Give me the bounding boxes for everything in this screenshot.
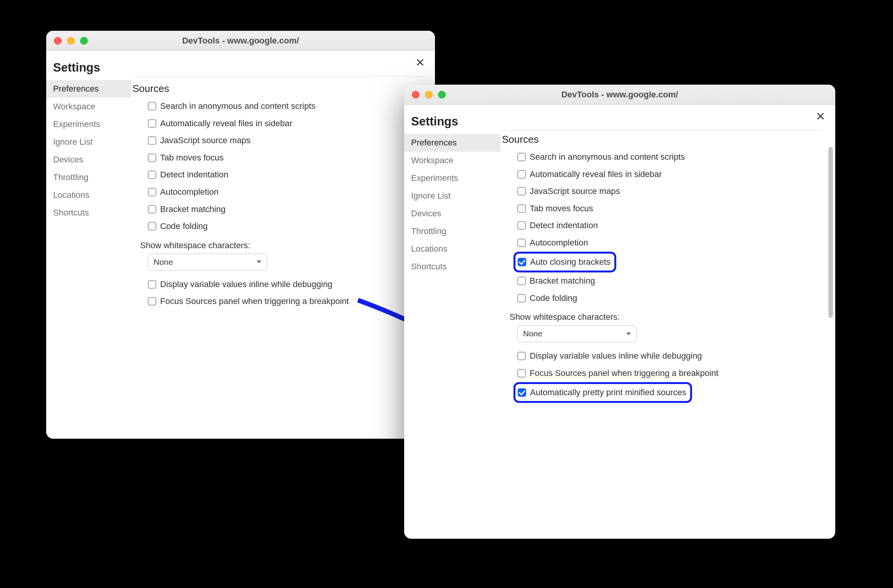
close-traffic-icon[interactable] [54, 37, 62, 45]
option-autocompletion[interactable]: Autocompletion [517, 234, 824, 252]
sidebar-item-preferences[interactable]: Preferences [46, 80, 131, 98]
close-settings-icon[interactable]: ✕ [813, 109, 828, 124]
sidebar-item-ignore-list[interactable]: Ignore List [46, 133, 131, 151]
sidebar-item-shortcuts[interactable]: Shortcuts [404, 258, 500, 276]
devtools-window-after: DevTools - www.google.com/ Settings Pref… [404, 85, 835, 539]
sidebar-item-ignore-list[interactable]: Ignore List [404, 187, 500, 205]
checkbox-icon[interactable] [148, 280, 156, 289]
minimize-traffic-icon[interactable] [425, 91, 433, 99]
settings-sidebar: Settings Preferences Workspace Experimen… [46, 51, 131, 439]
option-label: Automatically pretty print minified sour… [530, 387, 686, 398]
option-auto-closing-brackets[interactable]: Auto closing brackets [518, 255, 610, 269]
option-label: Bracket matching [160, 204, 226, 215]
option-js-source-maps[interactable]: JavaScript source maps [517, 183, 824, 200]
option-display-variable-inline[interactable]: Display variable values inline while deb… [148, 276, 423, 293]
whitespace-label: Show whitespace characters: [140, 241, 423, 251]
option-search-anonymous[interactable]: Search in anonymous and content scripts [517, 149, 824, 166]
option-label: Code folding [530, 293, 577, 304]
section-sources: Sources [132, 77, 423, 98]
checkbox-icon[interactable] [148, 154, 156, 162]
option-label: Automatically reveal files in sidebar [530, 169, 662, 180]
checkbox-icon[interactable] [148, 119, 156, 128]
checkbox-checked-icon[interactable] [518, 258, 526, 266]
option-tab-moves-focus[interactable]: Tab moves focus [517, 200, 824, 217]
option-focus-sources-panel[interactable]: Focus Sources panel when triggering a br… [148, 293, 423, 310]
option-code-folding[interactable]: Code folding [517, 290, 824, 307]
chevron-down-icon [257, 261, 261, 263]
sidebar-item-workspace[interactable]: Workspace [46, 98, 131, 115]
option-display-variable-inline[interactable]: Display variable values inline while deb… [517, 347, 824, 365]
option-pretty-print-minified[interactable]: Automatically pretty print minified sour… [518, 386, 686, 400]
option-js-source-maps[interactable]: JavaScript source maps [148, 132, 423, 149]
option-label: Search in anonymous and content scripts [160, 101, 316, 112]
option-label: Focus Sources panel when triggering a br… [530, 368, 718, 379]
checkbox-icon[interactable] [148, 188, 156, 196]
sidebar-item-devices[interactable]: Devices [46, 151, 131, 169]
option-tab-moves-focus[interactable]: Tab moves focus [148, 149, 423, 167]
checkbox-icon[interactable] [148, 297, 156, 306]
scrollbar[interactable] [828, 147, 833, 535]
checkbox-checked-icon[interactable] [518, 388, 526, 397]
minimize-traffic-icon[interactable] [67, 37, 75, 45]
sidebar-item-shortcuts[interactable]: Shortcuts [46, 204, 131, 222]
option-reveal-files[interactable]: Automatically reveal files in sidebar [517, 166, 824, 183]
close-settings-icon[interactable]: ✕ [413, 55, 427, 70]
whitespace-select[interactable]: None [517, 325, 637, 342]
checkbox-icon[interactable] [517, 170, 526, 179]
sidebar-item-locations[interactable]: Locations [404, 240, 500, 258]
titlebar[interactable]: DevTools - www.google.com/ [46, 31, 435, 51]
devtools-window-before: DevTools - www.google.com/ Settings Pref… [46, 31, 435, 439]
checkbox-icon[interactable] [517, 221, 526, 230]
option-label: Search in anonymous and content scripts [530, 152, 685, 163]
checkbox-icon[interactable] [517, 352, 526, 360]
checkbox-icon[interactable] [517, 369, 526, 378]
option-label: Detect indentation [160, 169, 228, 180]
option-code-folding[interactable]: Code folding [148, 218, 423, 235]
option-label: Display variable values inline while deb… [530, 351, 702, 362]
sidebar-item-devices[interactable]: Devices [404, 205, 500, 222]
settings-heading: Settings [46, 58, 131, 80]
option-focus-sources-panel[interactable]: Focus Sources panel when triggering a br… [517, 365, 824, 382]
option-bracket-matching[interactable]: Bracket matching [148, 201, 423, 218]
window-title: DevTools - www.google.com/ [46, 36, 435, 46]
checkbox-icon[interactable] [517, 277, 526, 285]
option-label: Tab moves focus [160, 152, 224, 164]
checkbox-icon[interactable] [517, 187, 526, 195]
option-search-anonymous[interactable]: Search in anonymous and content scripts [148, 98, 423, 115]
close-traffic-icon[interactable] [412, 91, 420, 99]
option-reveal-files[interactable]: Automatically reveal files in sidebar [148, 115, 423, 132]
zoom-traffic-icon[interactable] [80, 37, 88, 45]
checkbox-icon[interactable] [517, 153, 526, 161]
checkbox-icon[interactable] [148, 222, 156, 231]
zoom-traffic-icon[interactable] [438, 91, 446, 99]
whitespace-select[interactable]: None [148, 254, 267, 271]
traffic-lights [46, 37, 88, 45]
sidebar-item-preferences[interactable]: Preferences [404, 134, 500, 152]
checkbox-icon[interactable] [148, 136, 156, 145]
scrollbar-thumb[interactable] [828, 147, 833, 318]
checkbox-icon[interactable] [148, 205, 156, 214]
sidebar-item-throttling[interactable]: Throttling [404, 222, 500, 240]
whitespace-value: None [523, 329, 542, 338]
option-detect-indentation[interactable]: Detect indentation [517, 217, 824, 234]
window-title: DevTools - www.google.com/ [404, 90, 835, 100]
checkbox-icon[interactable] [517, 294, 526, 302]
titlebar[interactable]: DevTools - www.google.com/ [404, 85, 835, 105]
option-detect-indentation[interactable]: Detect indentation [148, 166, 423, 184]
sidebar-item-throttling[interactable]: Throttling [46, 169, 131, 186]
sidebar-item-experiments[interactable]: Experiments [404, 169, 500, 187]
whitespace-label: Show whitespace characters: [510, 312, 824, 322]
preferences-heading: Preferences [132, 70, 423, 77]
option-label: Automatically reveal files in sidebar [160, 118, 293, 129]
sidebar-item-locations[interactable]: Locations [46, 186, 131, 204]
checkbox-icon[interactable] [517, 204, 526, 213]
checkbox-icon[interactable] [148, 170, 156, 179]
option-label: Display variable values inline while deb… [160, 279, 333, 290]
sidebar-item-workspace[interactable]: Workspace [404, 152, 500, 169]
sidebar-item-experiments[interactable]: Experiments [46, 115, 131, 133]
checkbox-icon[interactable] [517, 239, 526, 247]
option-autocompletion[interactable]: Autocompletion [148, 184, 423, 201]
option-bracket-matching[interactable]: Bracket matching [517, 272, 824, 290]
checkbox-icon[interactable] [148, 102, 156, 110]
option-label: Focus Sources panel when triggering a br… [160, 296, 349, 307]
